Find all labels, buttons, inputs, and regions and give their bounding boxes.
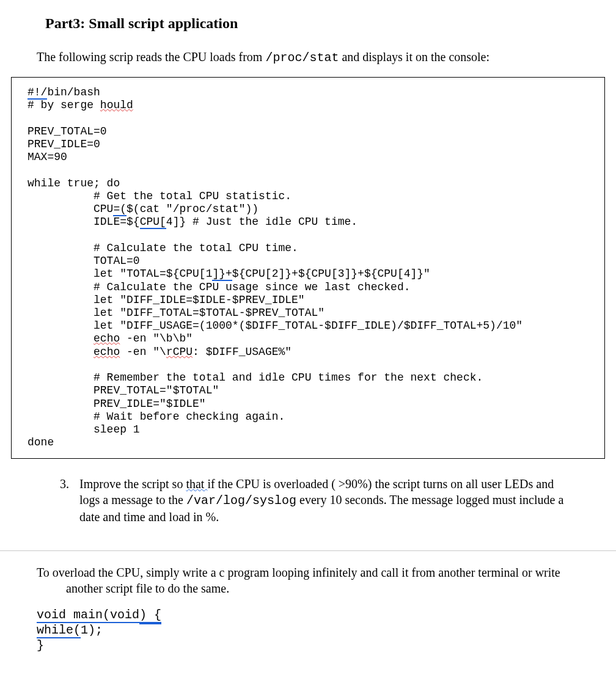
code-line [28, 332, 94, 345]
question-item-3: Improve the script so that if the CPU is… [79, 476, 571, 525]
edit-span: ]}+ [212, 268, 232, 281]
code-line: sleep 1 [28, 423, 140, 436]
snippet-text: 1); [81, 623, 103, 637]
spellcheck-span: rCPU [166, 346, 193, 358]
code-line: -en "\ [120, 346, 166, 358]
snippet-line: void main(void) { [37, 607, 616, 623]
overload-note: To overload the CPU, simply write a c pr… [37, 564, 579, 596]
section-heading: Part3: Small script application [45, 15, 616, 32]
intro-text-pre: The following scrip reads the CPU loads … [37, 50, 265, 64]
code-line: PREV_IDLE="$IDLE" [28, 398, 206, 410]
code-line: # Calculate the total CPU time. [28, 242, 298, 254]
separator [0, 550, 616, 551]
code-line: # by serge [28, 99, 100, 111]
bash-code-block: #!/bin/bash # by serge hould PREV_TOTAL=… [11, 77, 605, 459]
code-line: PREV_IDLE=0 [28, 138, 100, 150]
c-code-snippet: void main(void) { while(1); } [37, 607, 616, 653]
intro-paragraph: The following scrip reads the CPU loads … [37, 50, 616, 65]
edit-span: void main(void [37, 608, 139, 623]
code-line: ${CPU[2]}+${CPU[3]}+${CPU[4]}" [232, 268, 430, 280]
code-line: bin/bash [47, 86, 100, 98]
code-line: MAX=90 [28, 151, 67, 163]
code-line: let "TOTAL=${CPU[1 [28, 268, 212, 280]
page: Part3: Small script application The foll… [0, 0, 616, 678]
code-line: TOTAL=0 [28, 255, 140, 267]
code-line: CPU [28, 203, 113, 215]
intro-code: /proc/stat [265, 51, 339, 65]
code-line: PREV_TOTAL="$TOTAL" [28, 384, 219, 396]
code-line [28, 346, 94, 358]
code-line: IDLE=${ [28, 216, 140, 228]
snippet-line: } [37, 638, 616, 653]
code-line: 4]} # Just the idle CPU time. [166, 216, 358, 228]
code-line: let "DIFF_IDLE=$IDLE-$PREV_IDLE" [28, 294, 305, 306]
code-line: #!/ [28, 86, 47, 100]
grammar-span: that [186, 477, 207, 491]
code-line: # Calculate the CPU usage since we last … [28, 281, 411, 293]
spellcheck-span: echo [94, 332, 120, 345]
code-line: # Get the total CPU statistic. [28, 190, 292, 202]
snippet-line: while(1); [37, 623, 616, 638]
code-line: -en "\b\b" [120, 332, 193, 345]
code-line: PREV_TOTAL=0 [28, 125, 107, 137]
spellcheck-span: echo [94, 346, 120, 358]
spellcheck-span: hould [100, 99, 133, 111]
intro-text-post: and displays it on the console: [339, 50, 490, 64]
question-list: Improve the script so that if the CPU is… [79, 476, 571, 525]
code-line: # Remember the total and idle CPU times … [28, 371, 483, 384]
code-line: let "DIFF_TOTAL=$TOTAL-$PREV_TOTAL" [28, 307, 324, 319]
edit-span: =( [113, 203, 127, 216]
edit-span: ) { [139, 608, 161, 622]
code-line: # Wait before checking again. [28, 411, 285, 423]
code-line: $(cat "/proc/stat")) [127, 203, 258, 215]
code-line: let "DIFF_USAGE=(1000*($DIFF_TOTAL-$DIFF… [28, 320, 522, 332]
edit-span: CPU[ [140, 216, 166, 229]
code-line: : $DIFF_USAGE%" [193, 346, 292, 358]
code-line: while true; do [28, 177, 120, 189]
q3-code: /var/log/syslog [186, 494, 296, 508]
code-line: done [28, 436, 54, 448]
q3-text-a: Improve the script so [79, 477, 186, 491]
edit-span: while( [37, 623, 81, 638]
